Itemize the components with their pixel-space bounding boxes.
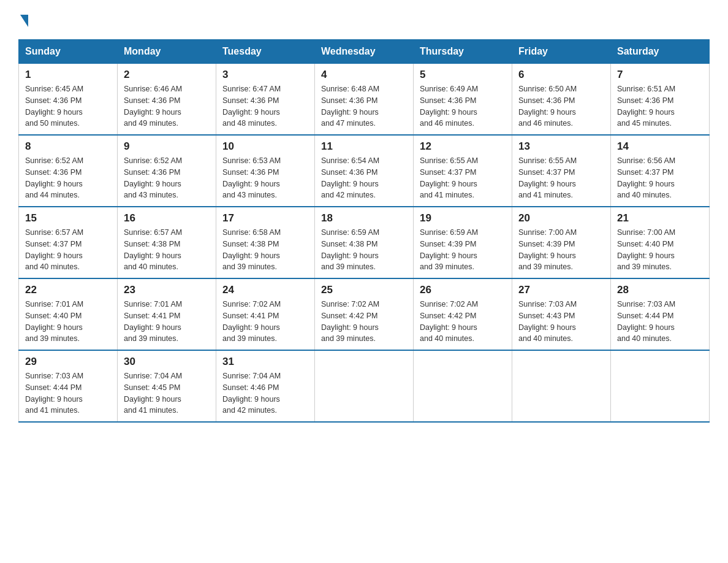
day-info: Sunrise: 7:04 AMSunset: 4:45 PMDaylight:…: [124, 370, 210, 416]
day-info: Sunrise: 6:54 AMSunset: 4:36 PMDaylight:…: [321, 155, 407, 201]
day-info: Sunrise: 6:53 AMSunset: 4:36 PMDaylight:…: [222, 155, 308, 201]
day-number: 6: [518, 69, 604, 81]
day-info: Sunrise: 7:01 AMSunset: 4:41 PMDaylight:…: [124, 299, 210, 345]
calendar-cell: 6Sunrise: 6:50 AMSunset: 4:36 PMDaylight…: [512, 64, 611, 136]
day-number: 12: [420, 140, 506, 153]
calendar-header-row: SundayMondayTuesdayWednesdayThursdayFrid…: [19, 40, 710, 64]
day-number: 8: [25, 140, 111, 153]
day-info: Sunrise: 7:03 AMSunset: 4:44 PMDaylight:…: [25, 370, 111, 416]
calendar-cell: 16Sunrise: 6:57 AMSunset: 4:38 PMDayligh…: [118, 207, 216, 278]
day-info: Sunrise: 6:48 AMSunset: 4:36 PMDaylight:…: [321, 83, 407, 129]
calendar-cell: 13Sunrise: 6:55 AMSunset: 4:37 PMDayligh…: [512, 135, 611, 207]
day-number: 19: [420, 212, 506, 224]
logo-arrow-icon: [20, 15, 28, 27]
calendar-week-row: 22Sunrise: 7:01 AMSunset: 4:40 PMDayligh…: [19, 278, 710, 350]
calendar-cell: 27Sunrise: 7:03 AMSunset: 4:43 PMDayligh…: [512, 278, 611, 350]
day-info: Sunrise: 7:04 AMSunset: 4:46 PMDaylight:…: [222, 370, 308, 416]
day-header-thursday: Thursday: [414, 40, 512, 64]
day-number: 27: [518, 284, 604, 296]
calendar-cell: 1Sunrise: 6:45 AMSunset: 4:36 PMDaylight…: [19, 64, 118, 136]
calendar-cell: 23Sunrise: 7:01 AMSunset: 4:41 PMDayligh…: [118, 278, 216, 350]
calendar-cell: 20Sunrise: 7:00 AMSunset: 4:39 PMDayligh…: [512, 207, 611, 278]
day-number: 5: [420, 69, 506, 81]
calendar-cell: 28Sunrise: 7:03 AMSunset: 4:44 PMDayligh…: [611, 278, 710, 350]
day-info: Sunrise: 6:57 AMSunset: 4:38 PMDaylight:…: [124, 227, 210, 273]
calendar-week-row: 15Sunrise: 6:57 AMSunset: 4:37 PMDayligh…: [19, 207, 710, 278]
calendar-cell: 10Sunrise: 6:53 AMSunset: 4:36 PMDayligh…: [216, 135, 315, 207]
day-header-saturday: Saturday: [611, 40, 710, 64]
calendar-cell: 25Sunrise: 7:02 AMSunset: 4:42 PMDayligh…: [315, 278, 414, 350]
day-info: Sunrise: 6:46 AMSunset: 4:36 PMDaylight:…: [124, 83, 210, 129]
calendar-week-row: 1Sunrise: 6:45 AMSunset: 4:36 PMDaylight…: [19, 64, 710, 136]
calendar-cell: [611, 350, 710, 422]
day-info: Sunrise: 7:02 AMSunset: 4:41 PMDaylight:…: [222, 299, 308, 345]
calendar-week-row: 8Sunrise: 6:52 AMSunset: 4:36 PMDaylight…: [19, 135, 710, 207]
calendar-cell: 19Sunrise: 6:59 AMSunset: 4:39 PMDayligh…: [414, 207, 512, 278]
day-number: 15: [25, 212, 111, 224]
calendar-cell: 31Sunrise: 7:04 AMSunset: 4:46 PMDayligh…: [216, 350, 315, 422]
calendar-cell: 22Sunrise: 7:01 AMSunset: 4:40 PMDayligh…: [19, 278, 118, 350]
calendar-cell: 30Sunrise: 7:04 AMSunset: 4:45 PMDayligh…: [118, 350, 216, 422]
day-info: Sunrise: 6:55 AMSunset: 4:37 PMDaylight:…: [518, 155, 604, 201]
day-info: Sunrise: 7:03 AMSunset: 4:43 PMDaylight:…: [518, 299, 604, 345]
calendar-week-row: 29Sunrise: 7:03 AMSunset: 4:44 PMDayligh…: [19, 350, 710, 422]
calendar-cell: 7Sunrise: 6:51 AMSunset: 4:36 PMDaylight…: [611, 64, 710, 136]
day-number: 1: [25, 69, 111, 81]
day-number: 16: [124, 212, 210, 224]
calendar-cell: 11Sunrise: 6:54 AMSunset: 4:36 PMDayligh…: [315, 135, 414, 207]
day-info: Sunrise: 7:00 AMSunset: 4:40 PMDaylight:…: [617, 227, 703, 273]
day-info: Sunrise: 6:56 AMSunset: 4:37 PMDaylight:…: [617, 155, 703, 201]
calendar-cell: 4Sunrise: 6:48 AMSunset: 4:36 PMDaylight…: [315, 64, 414, 136]
day-info: Sunrise: 7:00 AMSunset: 4:39 PMDaylight:…: [518, 227, 604, 273]
day-number: 22: [25, 284, 111, 296]
day-header-tuesday: Tuesday: [216, 40, 315, 64]
calendar-cell: 14Sunrise: 6:56 AMSunset: 4:37 PMDayligh…: [611, 135, 710, 207]
calendar-cell: 5Sunrise: 6:49 AMSunset: 4:36 PMDaylight…: [414, 64, 512, 136]
day-info: Sunrise: 6:50 AMSunset: 4:36 PMDaylight:…: [518, 83, 604, 129]
day-info: Sunrise: 6:45 AMSunset: 4:36 PMDaylight:…: [25, 83, 111, 129]
day-info: Sunrise: 7:01 AMSunset: 4:40 PMDaylight:…: [25, 299, 111, 345]
calendar-cell: 17Sunrise: 6:58 AMSunset: 4:38 PMDayligh…: [216, 207, 315, 278]
day-number: 29: [25, 356, 111, 368]
calendar-cell: 2Sunrise: 6:46 AMSunset: 4:36 PMDaylight…: [118, 64, 216, 136]
day-number: 25: [321, 284, 407, 296]
day-info: Sunrise: 7:02 AMSunset: 4:42 PMDaylight:…: [321, 299, 407, 345]
day-number: 23: [124, 284, 210, 296]
day-info: Sunrise: 6:59 AMSunset: 4:39 PMDaylight:…: [420, 227, 506, 273]
day-number: 7: [617, 69, 703, 81]
day-number: 9: [124, 140, 210, 153]
day-info: Sunrise: 6:55 AMSunset: 4:37 PMDaylight:…: [420, 155, 506, 201]
day-number: 30: [124, 356, 210, 368]
calendar-cell: 26Sunrise: 7:02 AMSunset: 4:42 PMDayligh…: [414, 278, 512, 350]
calendar-cell: 29Sunrise: 7:03 AMSunset: 4:44 PMDayligh…: [19, 350, 118, 422]
day-info: Sunrise: 6:49 AMSunset: 4:36 PMDaylight:…: [420, 83, 506, 129]
day-number: 24: [222, 284, 308, 296]
day-number: 11: [321, 140, 407, 153]
day-header-monday: Monday: [118, 40, 216, 64]
day-number: 13: [518, 140, 604, 153]
calendar-cell: [315, 350, 414, 422]
calendar-cell: 3Sunrise: 6:47 AMSunset: 4:36 PMDaylight…: [216, 64, 315, 136]
calendar-cell: 21Sunrise: 7:00 AMSunset: 4:40 PMDayligh…: [611, 207, 710, 278]
calendar-cell: 24Sunrise: 7:02 AMSunset: 4:41 PMDayligh…: [216, 278, 315, 350]
day-info: Sunrise: 6:59 AMSunset: 4:38 PMDaylight:…: [321, 227, 407, 273]
day-info: Sunrise: 6:47 AMSunset: 4:36 PMDaylight:…: [222, 83, 308, 129]
day-number: 28: [617, 284, 703, 296]
page-header: [18, 12, 710, 27]
day-number: 18: [321, 212, 407, 224]
day-header-wednesday: Wednesday: [315, 40, 414, 64]
day-header-sunday: Sunday: [19, 40, 118, 64]
day-number: 26: [420, 284, 506, 296]
day-header-friday: Friday: [512, 40, 611, 64]
day-info: Sunrise: 6:52 AMSunset: 4:36 PMDaylight:…: [124, 155, 210, 201]
calendar-cell: 9Sunrise: 6:52 AMSunset: 4:36 PMDaylight…: [118, 135, 216, 207]
calendar-cell: 18Sunrise: 6:59 AMSunset: 4:38 PMDayligh…: [315, 207, 414, 278]
day-number: 3: [222, 69, 308, 81]
day-info: Sunrise: 7:03 AMSunset: 4:44 PMDaylight:…: [617, 299, 703, 345]
day-info: Sunrise: 6:52 AMSunset: 4:36 PMDaylight:…: [25, 155, 111, 201]
day-info: Sunrise: 6:51 AMSunset: 4:36 PMDaylight:…: [617, 83, 703, 129]
day-number: 17: [222, 212, 308, 224]
calendar-cell: 15Sunrise: 6:57 AMSunset: 4:37 PMDayligh…: [19, 207, 118, 278]
day-number: 31: [222, 356, 308, 368]
day-number: 10: [222, 140, 308, 153]
